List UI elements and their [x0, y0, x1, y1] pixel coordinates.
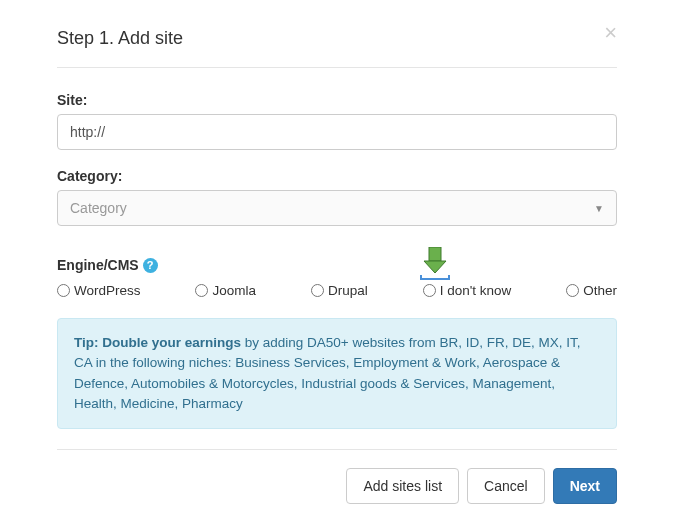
- radio-wordpress[interactable]: WordPress: [57, 283, 141, 298]
- radio-drupal[interactable]: Drupal: [311, 283, 368, 298]
- tip-bold: Tip: Double your earnings: [74, 335, 241, 350]
- engine-label: Engine/CMS: [57, 257, 139, 273]
- category-placeholder: Category: [70, 200, 127, 216]
- next-button[interactable]: Next: [553, 468, 617, 504]
- radio-wordpress-input[interactable]: [57, 284, 70, 297]
- category-field-group: Category: Category ▼: [57, 168, 617, 226]
- site-label: Site:: [57, 92, 617, 108]
- radio-drupal-input[interactable]: [311, 284, 324, 297]
- cancel-button[interactable]: Cancel: [467, 468, 545, 504]
- radio-dontknow-label: I don't know: [440, 283, 512, 298]
- radio-joomla-input[interactable]: [195, 284, 208, 297]
- close-button[interactable]: ×: [604, 22, 617, 44]
- engine-radio-group: WordPress Joomla Drupal: [57, 281, 617, 298]
- category-label: Category:: [57, 168, 617, 184]
- modal-header: Step 1. Add site ×: [57, 20, 617, 68]
- svg-rect-0: [429, 247, 441, 261]
- svg-marker-1: [424, 261, 446, 273]
- close-icon: ×: [604, 20, 617, 45]
- engine-field-group: Engine/CMS ? WordPress Joomla Drupal: [57, 256, 617, 298]
- add-sites-list-button[interactable]: Add sites list: [346, 468, 459, 504]
- category-select[interactable]: Category ▼: [57, 190, 617, 226]
- tip-box: Tip: Double your earnings by adding DA50…: [57, 318, 617, 429]
- add-site-modal: Step 1. Add site × Site: Category: Categ…: [57, 20, 617, 509]
- radio-wordpress-label: WordPress: [74, 283, 141, 298]
- modal-footer: Add sites list Cancel Next: [57, 449, 617, 509]
- arrow-down-icon: [417, 247, 453, 281]
- site-field-group: Site:: [57, 92, 617, 150]
- radio-joomla[interactable]: Joomla: [195, 283, 256, 298]
- chevron-down-icon: ▼: [594, 203, 604, 214]
- modal-title: Step 1. Add site: [57, 28, 617, 49]
- radio-dontknow-input[interactable]: [423, 284, 436, 297]
- modal-body: Site: Category: Category ▼ Engine/CMS ? …: [57, 68, 617, 449]
- radio-joomla-label: Joomla: [212, 283, 256, 298]
- radio-drupal-label: Drupal: [328, 283, 368, 298]
- help-icon[interactable]: ?: [143, 258, 158, 273]
- site-input[interactable]: [57, 114, 617, 150]
- radio-dontknow[interactable]: I don't know: [423, 283, 512, 298]
- radio-other[interactable]: Other: [566, 283, 617, 298]
- radio-other-input[interactable]: [566, 284, 579, 297]
- radio-other-label: Other: [583, 283, 617, 298]
